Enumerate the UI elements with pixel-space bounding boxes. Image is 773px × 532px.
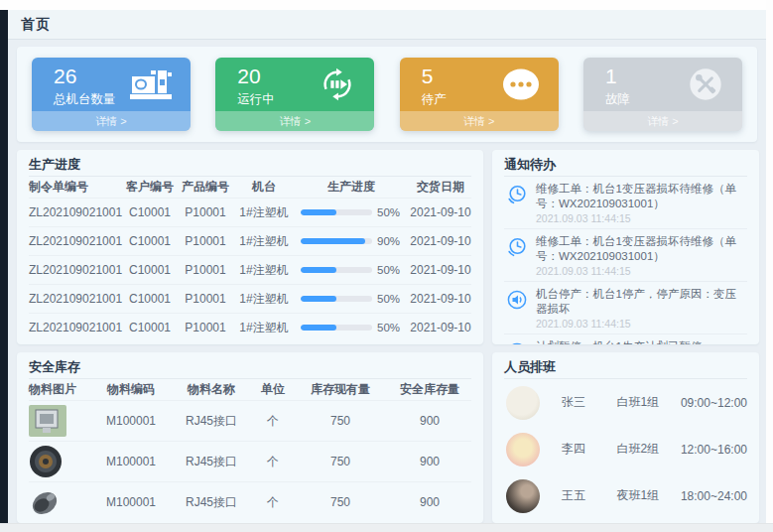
content-area: 26 总机台数量 — [8, 40, 766, 523]
notice-time: 2021.09.03 11:44:15 — [536, 265, 747, 278]
machine-icon — [129, 67, 173, 105]
material-code: M100001 — [92, 455, 170, 468]
column-header: 库存现有量 — [293, 381, 388, 398]
staff-row: 张三 白班1组 09:00~12:00 — [504, 379, 747, 426]
notice-item: 维修工单：机台1变压器损坏待维修（单号：WX202109031001） 2021… — [504, 177, 747, 229]
stock-safety: 900 — [388, 414, 471, 428]
stat-card-waiting[interactable]: 5 待产 详情 > — [400, 58, 559, 131]
running-icon — [319, 66, 356, 107]
stat-label: 待产 — [422, 91, 447, 108]
speaker-front-photo — [29, 445, 92, 478]
column-header: 生产进度 — [293, 179, 410, 196]
machine-name: 1#注塑机 — [235, 204, 293, 221]
stat-card-running[interactable]: 20 运行中 — [215, 58, 374, 131]
column-header: 物料编码 — [92, 381, 170, 398]
clock-icon — [506, 236, 528, 258]
notice-time: 2021.09.03 11:44:15 — [536, 212, 747, 225]
notice-item: 维修工单：机台1变压器损坏待维修（单号：WX202109031001） 2021… — [504, 229, 747, 282]
stat-value: 20 — [237, 65, 275, 88]
stat-card-fault[interactable]: 1 故障 — [583, 58, 742, 131]
stat-cards-panel: 26 总机台数量 — [17, 47, 757, 142]
stat-value: 26 — [54, 65, 116, 88]
tools-icon — [687, 66, 724, 107]
material-name: RJ45接口 — [170, 413, 253, 430]
column-header: 交货日期 — [410, 179, 471, 196]
horizontal-scrollbar-track[interactable] — [0, 523, 773, 532]
staff-name: 张三 — [562, 394, 616, 411]
panel-title: 安全库存 — [29, 352, 471, 379]
notice-text: 机台停产：机台1停产，停产原因：变压器损坏 — [536, 287, 747, 317]
column-header: 客户编号 — [124, 179, 176, 196]
notice-text: 维修工单：机台1变压器损坏待维修（单号：WX202109031001） — [536, 234, 747, 264]
delivery-date: 2021-09-10 — [410, 205, 471, 219]
vertical-scrollbar-track[interactable] — [766, 0, 773, 532]
staff-shift: 白班2组 — [616, 441, 680, 458]
delivery-date: 2021-09-10 — [410, 263, 471, 277]
staff-schedule-panel: 人员排班 张三 白班1组 09:00~12:00 李四 白班2组 12:00~1… — [492, 352, 759, 523]
rj45-connector-photo — [29, 405, 92, 437]
tab-home[interactable]: 首页 — [21, 16, 51, 34]
column-header: 制令单编号 — [29, 179, 124, 196]
stat-value: 5 — [422, 65, 447, 88]
staff-shift: 白班1组 — [616, 394, 680, 411]
delivery-date: 2021-09-10 — [410, 321, 471, 334]
stat-card-total-machines[interactable]: 26 总机台数量 — [32, 58, 191, 131]
card-detail-link[interactable]: 详情 > — [215, 111, 374, 131]
progress-bar — [301, 238, 372, 244]
staff-time: 09:00~12:00 — [681, 396, 747, 410]
panel-title: 通知待办 — [504, 150, 747, 177]
progress-bar — [301, 296, 372, 302]
table-row: M100001 RJ45接口 个 750 900 — [29, 441, 471, 481]
speaker-icon — [506, 341, 528, 344]
progress-percent: 50% — [377, 293, 400, 305]
column-header: 物料图片 — [29, 381, 92, 398]
material-unit: 个 — [253, 454, 293, 470]
avatar — [506, 479, 540, 513]
customer-no: C10001 — [124, 234, 176, 248]
order-no: ZL202109021001 — [29, 292, 124, 306]
progress-bar — [301, 209, 372, 215]
machine-name: 1#注塑机 — [235, 320, 293, 336]
panel-title: 人员排班 — [504, 352, 747, 379]
material-unit: 个 — [253, 413, 293, 430]
stock-current: 750 — [293, 495, 388, 509]
safety-stock-panel: 安全库存 物料图片 物料编码 物料名称 单位 库存现有量 安全库存量 — [17, 352, 483, 523]
dashboard-screen: 首页 26 总机台数量 — [0, 0, 773, 532]
card-detail-link[interactable]: 详情 > — [583, 111, 742, 131]
staff-time: 18:00~24:00 — [681, 489, 747, 503]
stock-current: 750 — [293, 414, 388, 428]
avatar — [506, 386, 540, 420]
delivery-date: 2021-09-10 — [410, 234, 471, 248]
machine-name: 1#注塑机 — [235, 291, 293, 308]
column-header: 单位 — [253, 381, 293, 398]
stock-safety: 900 — [388, 495, 471, 509]
notice-item: 计划暂停：机台1生产计划已暂停 2021.09.03 11:44:15 — [504, 334, 747, 344]
customer-no: C10001 — [124, 292, 176, 306]
main-area: 首页 26 总机台数量 — [8, 10, 766, 523]
panel-title: 生产进度 — [29, 150, 471, 177]
notice-time: 2021.09.03 11:44:15 — [536, 318, 747, 331]
progress-percent: 50% — [377, 322, 400, 333]
staff-row: 李四 白班2组 12:00~16:00 — [504, 426, 747, 472]
notice-text: 计划暂停：机台1生产计划已暂停 — [536, 339, 747, 344]
customer-no: C10001 — [124, 321, 176, 334]
card-detail-link[interactable]: 详情 > — [400, 111, 559, 131]
table-row: ZL202109021001 C10001 P10001 1#注塑机 50% 2… — [29, 313, 471, 341]
speaker-icon — [506, 289, 528, 311]
customer-no: C10001 — [124, 205, 176, 219]
machine-name: 1#注塑机 — [235, 233, 293, 250]
stat-label: 故障 — [605, 91, 630, 108]
table-row: ZL202109021001 C10001 P10001 1#注塑机 50% 2… — [29, 284, 471, 313]
clock-icon — [506, 184, 528, 205]
progress-bar — [301, 325, 372, 331]
notice-item: 机台停产：机台1停产，停产原因：变压器损坏 2021.09.03 11:44:1… — [504, 282, 747, 334]
table-row: M100001 RJ45接口 个 750 900 — [29, 481, 471, 522]
table-row: ZL202109021001 C10001 P10001 1#注塑机 90% 2… — [29, 226, 471, 255]
card-detail-link[interactable]: 详情 > — [32, 111, 191, 131]
material-name: RJ45接口 — [170, 494, 253, 511]
progress-bar — [301, 267, 372, 273]
staff-row: 王五 夜班1组 18:00~24:00 — [504, 472, 747, 519]
staff-time: 12:00~16:00 — [681, 443, 747, 457]
progress-percent: 90% — [377, 235, 400, 247]
stat-label: 运行中 — [237, 91, 275, 108]
